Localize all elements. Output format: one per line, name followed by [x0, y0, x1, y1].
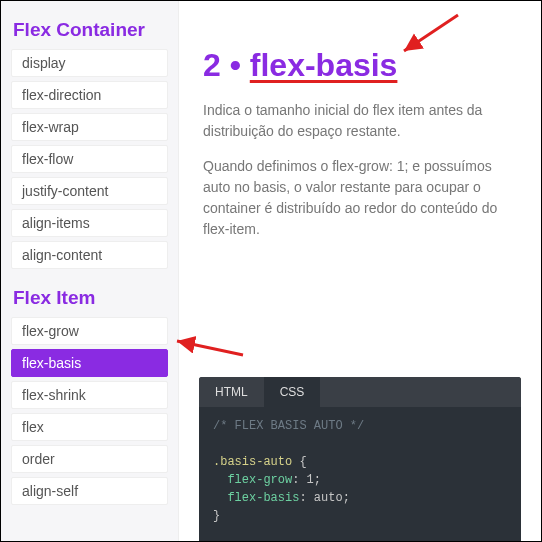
title-underlined: flex-basis — [250, 47, 398, 83]
title-prefix: 2 • — [203, 47, 250, 83]
sidebar: Flex Container displayflex-directionflex… — [1, 1, 179, 541]
sidebar-item-justifycontent[interactable]: justify-content — [11, 177, 168, 205]
sidebar-item-aligncontent[interactable]: align-content — [11, 241, 168, 269]
code-card: HTMLCSS /* FLEX BASIS AUTO */ .basis-aut… — [199, 377, 521, 541]
sidebar-item-alignitems[interactable]: align-items — [11, 209, 168, 237]
description-1: Indica o tamanho inicial do flex item an… — [203, 100, 517, 142]
code-tabs: HTMLCSS — [199, 377, 521, 407]
sidebar-list-item: flex-growflex-basisflex-shrinkflexordera… — [11, 317, 168, 505]
code-block: /* FLEX BASIS AUTO */ .basis-auto { flex… — [199, 407, 521, 541]
tab-css[interactable]: CSS — [264, 377, 321, 407]
tab-html[interactable]: HTML — [199, 377, 264, 407]
sidebar-list-container: displayflex-directionflex-wrapflex-flowj… — [11, 49, 168, 269]
sidebar-section-title-item: Flex Item — [13, 287, 166, 309]
sidebar-item-flexgrow[interactable]: flex-grow — [11, 317, 168, 345]
page-title: 2 • flex-basis — [203, 47, 517, 84]
sidebar-item-display[interactable]: display — [11, 49, 168, 77]
sidebar-item-flexshrink[interactable]: flex-shrink — [11, 381, 168, 409]
sidebar-item-alignself[interactable]: align-self — [11, 477, 168, 505]
description-2: Quando definimos o flex-grow: 1; e possu… — [203, 156, 517, 240]
sidebar-item-flexwrap[interactable]: flex-wrap — [11, 113, 168, 141]
sidebar-item-flexbasis[interactable]: flex-basis — [11, 349, 168, 377]
sidebar-item-flex[interactable]: flex — [11, 413, 168, 441]
sidebar-item-flexflow[interactable]: flex-flow — [11, 145, 168, 173]
sidebar-item-flexdirection[interactable]: flex-direction — [11, 81, 168, 109]
main-content: 2 • flex-basis Indica o tamanho inicial … — [179, 1, 541, 541]
sidebar-section-title-container: Flex Container — [13, 19, 166, 41]
sidebar-item-order[interactable]: order — [11, 445, 168, 473]
